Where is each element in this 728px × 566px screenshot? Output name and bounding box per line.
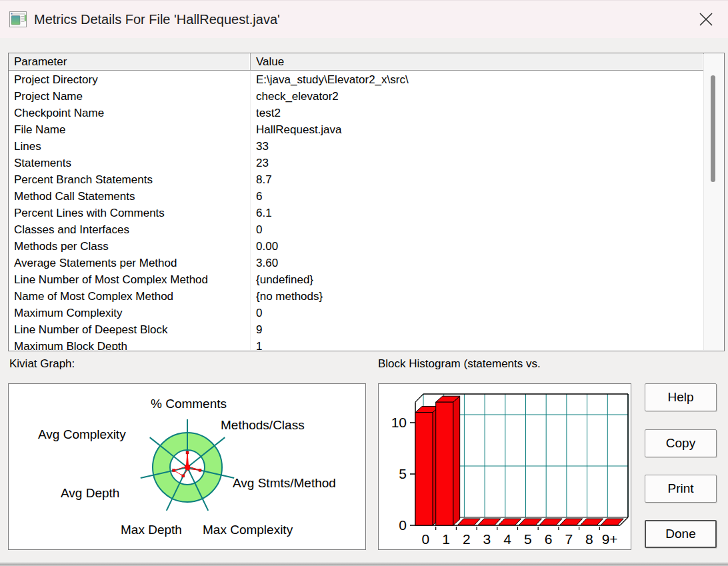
svg-text:10: 10	[391, 415, 407, 430]
vertical-scrollbar[interactable]	[703, 54, 723, 350]
parameter-cell: Percent Branch Statements	[9, 171, 251, 188]
kiviat-axis-max-complexity: Max Complexity	[203, 523, 293, 537]
block-histogram: 05100123456789+	[378, 383, 631, 550]
value-cell: {undefined}	[251, 271, 704, 288]
value-cell: E:\java_study\Elevator2_x\src\	[251, 71, 704, 88]
parameter-cell: Maximum Block Depth	[9, 338, 251, 350]
app-icon	[9, 11, 27, 27]
table-row[interactable]: Percent Lines with Comments6.1	[9, 205, 704, 221]
parameter-cell: Line Number of Most Complex Method	[9, 271, 251, 288]
table-row[interactable]: Checkpoint Nametest2	[9, 105, 704, 121]
kiviat-axis-avg-stmts-method: Avg Stmts/Method	[233, 477, 336, 490]
metrics-table: Parameter Value Project DirectoryE:\java…	[8, 53, 725, 351]
table-row[interactable]: Maximum Complexity0	[9, 305, 704, 321]
svg-text:2: 2	[463, 531, 471, 547]
done-button[interactable]: Done	[645, 520, 717, 548]
table-row[interactable]: Project DirectoryE:\java_study\Elevator2…	[9, 71, 704, 88]
value-cell: 9	[251, 321, 704, 338]
table-row[interactable]: Lines33	[9, 138, 704, 155]
block-histogram-label: Block Histogram (statements vs.	[378, 357, 541, 371]
value-cell: 0	[251, 221, 704, 238]
kiviat-graph: % Comments Methods/Class Avg Stmts/Metho…	[8, 383, 366, 550]
table-row[interactable]: Name of Most Complex Method{no methods}	[9, 288, 704, 305]
svg-text:1: 1	[442, 531, 450, 547]
svg-text:4: 4	[503, 531, 511, 547]
parameter-cell: File Name	[9, 121, 251, 138]
value-cell: check_elevator2	[251, 88, 704, 105]
table-row[interactable]: Average Statements per Method3.60	[9, 255, 704, 271]
parameter-cell: Statements	[9, 155, 251, 171]
svg-text:0: 0	[422, 531, 430, 547]
kiviat-axis-avg-depth: Avg Depth	[61, 487, 119, 500]
parameter-cell: Methods per Class	[9, 238, 251, 255]
parameter-cell: Average Statements per Method	[9, 255, 251, 271]
value-cell: 3.60	[251, 255, 704, 271]
svg-text:9+: 9+	[602, 531, 618, 547]
table-row[interactable]: Statements23	[9, 155, 704, 171]
kiviat-axis-methods-per-class: Methods/Class	[221, 419, 305, 432]
value-cell: HallRequest.java	[251, 121, 704, 138]
table-row[interactable]: Line Number of Deepest Block9	[9, 321, 704, 338]
metrics-details-dialog: { "window": { "title": "Metrics Details …	[0, 0, 728, 566]
value-cell: 6	[251, 188, 704, 205]
value-cell: 8.7	[251, 171, 704, 188]
column-header-parameter[interactable]: Parameter	[9, 53, 251, 70]
table-body: Project DirectoryE:\java_study\Elevator2…	[9, 71, 704, 350]
print-button[interactable]: Print	[645, 475, 717, 503]
value-cell: {no methods}	[251, 288, 704, 305]
value-cell: 0.00	[251, 238, 704, 255]
parameter-cell: Checkpoint Name	[9, 105, 251, 121]
parameter-cell: Project Directory	[9, 71, 251, 88]
svg-text:7: 7	[565, 531, 573, 547]
svg-text:3: 3	[483, 531, 491, 547]
parameter-cell: Line Number of Deepest Block	[9, 321, 251, 338]
value-cell: 0	[251, 305, 704, 321]
close-icon	[699, 12, 713, 27]
parameter-cell: Method Call Statements	[9, 188, 251, 205]
table-row[interactable]: Method Call Statements6	[9, 188, 704, 205]
parameter-cell: Project Name	[9, 88, 251, 105]
value-cell: 23	[251, 155, 704, 171]
block-histogram-chart: 05100123456789+	[379, 384, 631, 549]
title-bar[interactable]: Metrics Details For File 'HallRequest.ja…	[0, 0, 728, 38]
help-button[interactable]: Help	[645, 383, 717, 411]
copy-button[interactable]: Copy	[645, 429, 717, 457]
column-header-value[interactable]: Value	[251, 53, 704, 70]
value-cell: test2	[251, 105, 704, 121]
kiviat-axis-avg-complexity: Avg Complexity	[38, 428, 126, 441]
table-row[interactable]: File NameHallRequest.java	[9, 121, 704, 138]
table-row[interactable]: Line Number of Most Complex Method{undef…	[9, 271, 704, 288]
table-row[interactable]: Methods per Class0.00	[9, 238, 704, 255]
window-bottom-edge	[0, 562, 728, 566]
parameter-cell: Lines	[9, 138, 251, 155]
value-cell: 6.1	[251, 205, 704, 221]
svg-text:0: 0	[399, 517, 407, 533]
table-row[interactable]: Classes and Interfaces0	[9, 221, 704, 238]
value-cell: 33	[251, 138, 704, 155]
table-row[interactable]: Percent Branch Statements8.7	[9, 171, 704, 188]
svg-text:6: 6	[545, 531, 553, 547]
close-button[interactable]	[692, 6, 720, 33]
parameter-cell: Name of Most Complex Method	[9, 288, 251, 305]
table-row[interactable]: Project Namecheck_elevator2	[9, 88, 704, 105]
scrollbar-thumb[interactable]	[711, 75, 715, 182]
window-title: Metrics Details For File 'HallRequest.ja…	[34, 12, 280, 27]
table-header: Parameter Value	[9, 53, 704, 71]
parameter-cell: Maximum Complexity	[9, 305, 251, 321]
kiviat-graph-label: Kiviat Graph:	[9, 357, 75, 371]
svg-text:5: 5	[399, 466, 407, 481]
svg-text:8: 8	[585, 531, 593, 547]
table-row[interactable]: Maximum Block Depth1	[9, 338, 704, 350]
kiviat-axis-percent-comments: % Comments	[132, 397, 245, 411]
value-cell: 1	[251, 338, 704, 350]
kiviat-axis-max-depth: Max Depth	[121, 523, 182, 537]
svg-text:5: 5	[524, 531, 532, 547]
parameter-cell: Percent Lines with Comments	[9, 205, 251, 221]
parameter-cell: Classes and Interfaces	[9, 221, 251, 238]
